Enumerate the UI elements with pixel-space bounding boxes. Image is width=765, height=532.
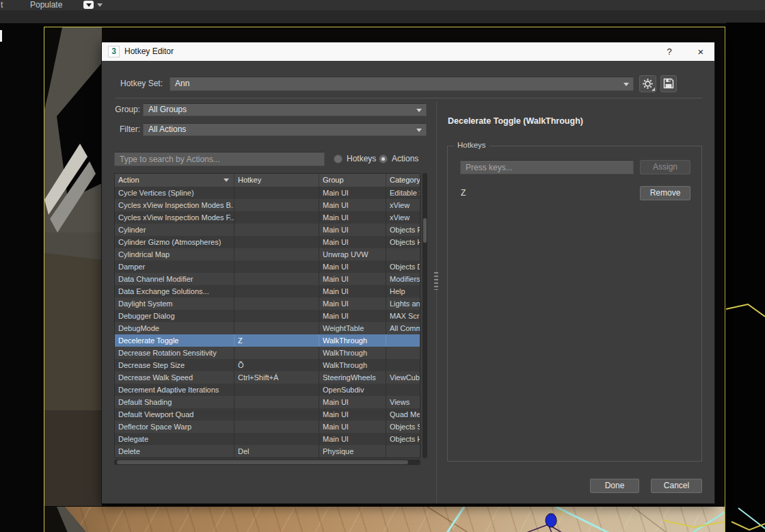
close-icon[interactable]: × bbox=[693, 44, 709, 59]
group-value: All Groups bbox=[148, 105, 187, 114]
table-row[interactable]: Daylight SystemMain UILights and bbox=[115, 297, 420, 310]
filter-dropdown[interactable]: All Actions bbox=[143, 123, 427, 136]
table-row[interactable]: Default Viewport QuadMain UIQuad Men bbox=[115, 408, 420, 421]
save-icon bbox=[663, 78, 674, 89]
filter-value: All Actions bbox=[148, 124, 186, 134]
done-button[interactable]: Done bbox=[590, 479, 639, 493]
dialog-title-bar[interactable]: 3 Hotkey Editor ? × bbox=[102, 42, 714, 61]
3dsmax-app-icon: 3 bbox=[108, 46, 120, 57]
table-cell: Main UI bbox=[319, 211, 386, 224]
group-dropdown[interactable]: All Groups bbox=[143, 103, 427, 116]
table-cell: WeightTable bbox=[319, 322, 386, 334]
column-header-group[interactable]: Group bbox=[319, 174, 386, 187]
help-button[interactable]: ? bbox=[661, 44, 677, 59]
actions-table: ActionHotkeyGroupCategory Cycle Vertices… bbox=[114, 173, 420, 458]
table-cell bbox=[234, 421, 319, 433]
table-cell: Editable S bbox=[386, 187, 420, 199]
table-cell bbox=[386, 334, 420, 347]
table-cell: Decrease Walk Speed bbox=[115, 371, 234, 384]
table-cell bbox=[234, 433, 319, 445]
column-header-action[interactable]: Action bbox=[115, 174, 234, 187]
table-cell: Default Viewport Quad bbox=[115, 408, 234, 421]
table-row[interactable]: Cycles xView Inspection Modes B...Main U… bbox=[115, 199, 420, 211]
right-scene-lines bbox=[726, 23, 765, 532]
table-cell: MAX Scrip bbox=[386, 310, 420, 322]
table-row[interactable]: Decrease Step SizeÕWalkThrough bbox=[115, 359, 420, 371]
table-cell: WalkThrough bbox=[319, 359, 386, 371]
column-header-category[interactable]: Category bbox=[386, 174, 420, 187]
scene-wall-geometry bbox=[44, 27, 102, 506]
save-hotkey-set-button[interactable] bbox=[660, 75, 677, 92]
table-cell: Cylinder Gizmo (Atmospheres) bbox=[115, 236, 234, 248]
table-cell: Main UI bbox=[319, 310, 386, 322]
vertical-scrollbar-thumb[interactable] bbox=[423, 218, 427, 243]
remove-button[interactable]: Remove bbox=[640, 186, 690, 200]
table-cell: Decelerate Toggle bbox=[115, 334, 234, 347]
table-cell: Main UI bbox=[319, 433, 386, 445]
table-cell: Data Channel Modifier bbox=[115, 273, 234, 285]
panel-divider-handle[interactable] bbox=[434, 272, 438, 290]
vertical-scrollbar[interactable] bbox=[422, 173, 427, 458]
table-cell: Main UI bbox=[319, 396, 386, 408]
table-row[interactable]: Cylindrical MapUnwrap UVW bbox=[115, 248, 420, 261]
table-cell: Views bbox=[386, 396, 420, 408]
table-row[interactable]: DamperMain UIObjects D bbox=[115, 261, 420, 273]
table-cell: Main UI bbox=[319, 236, 386, 248]
table-cell: Daylight System bbox=[115, 297, 234, 310]
radio-actions[interactable]: Actions bbox=[379, 154, 418, 163]
radio-hotkeys[interactable]: Hotkeys bbox=[334, 154, 376, 163]
column-header-hotkey[interactable]: Hotkey bbox=[234, 174, 319, 187]
press-keys-input[interactable] bbox=[460, 160, 634, 174]
search-input[interactable] bbox=[114, 152, 325, 166]
radio-button-icon[interactable] bbox=[379, 155, 388, 163]
table-cell: Decrement Adaptive Iterations bbox=[115, 384, 234, 396]
table-cell: Delegate bbox=[115, 433, 234, 445]
table-row[interactable]: Decelerate ToggleZWalkThrough bbox=[115, 334, 420, 347]
table-cell: Objects H bbox=[386, 433, 420, 445]
horizontal-scrollbar[interactable] bbox=[114, 460, 420, 465]
table-cell: WalkThrough bbox=[319, 347, 386, 359]
table-row[interactable]: Default ShadingMain UIViews bbox=[115, 396, 420, 408]
workspace-icon[interactable] bbox=[83, 1, 94, 9]
table-cell: OpenSubdiv bbox=[319, 384, 386, 396]
hotkey-set-dropdown[interactable]: Ann bbox=[170, 77, 634, 91]
menu-item-populate[interactable]: Populate bbox=[30, 0, 62, 10]
chevron-down-icon[interactable] bbox=[97, 3, 103, 7]
table-cell: Main UI bbox=[319, 273, 386, 285]
table-row[interactable]: Data Channel ModifierMain UIModifiers bbox=[115, 273, 420, 285]
menu-item-fragment[interactable]: t bbox=[1, 0, 3, 10]
table-cell: xView bbox=[386, 199, 420, 211]
chevron-down-icon bbox=[623, 83, 629, 86]
table-row[interactable]: Decrease Rotation SensitivityWalkThrough bbox=[115, 347, 420, 359]
table-row[interactable]: Cycles xView Inspection Modes F...Main U… bbox=[115, 211, 420, 224]
horizontal-scrollbar-thumb[interactable] bbox=[117, 460, 408, 464]
assign-button[interactable]: Assign bbox=[640, 160, 690, 174]
table-cell bbox=[234, 285, 319, 297]
table-cell: xView bbox=[386, 211, 420, 224]
table-row[interactable]: Deflector Space WarpMain UIObjects S bbox=[115, 421, 420, 433]
hotkeys-groupbox-title: Hotkeys bbox=[454, 141, 489, 149]
table-cell bbox=[234, 199, 319, 211]
right-viewport-area bbox=[726, 23, 765, 532]
table-row[interactable]: DelegateMain UIObjects H bbox=[115, 433, 420, 445]
table-row[interactable]: DeleteDelPhysique bbox=[115, 445, 420, 457]
hotkey-set-options-button[interactable] bbox=[639, 75, 656, 92]
scene-marker-label: z bbox=[559, 509, 562, 516]
table-cell: SteeringWheels bbox=[319, 371, 386, 384]
scene-biped-marker[interactable] bbox=[546, 514, 556, 527]
table-row[interactable]: Cycle Vertices (Spline)Main UIEditable S bbox=[115, 187, 420, 199]
cancel-button[interactable]: Cancel bbox=[651, 479, 702, 493]
table-cell: Main UI bbox=[319, 187, 386, 199]
table-cell: Ctrl+Shift+Á bbox=[234, 371, 319, 384]
table-row[interactable]: CylinderMain UIObjects Pr bbox=[115, 224, 420, 236]
actions-table-header[interactable]: ActionHotkeyGroupCategory bbox=[115, 174, 420, 187]
table-row[interactable]: Decrease Walk SpeedCtrl+Shift+ÁSteeringW… bbox=[115, 371, 420, 384]
radio-button-icon[interactable] bbox=[334, 155, 343, 163]
table-cell: Unwrap UVW bbox=[319, 248, 386, 261]
table-row[interactable]: Debugger DialogMain UIMAX Scrip bbox=[115, 310, 420, 322]
table-row[interactable]: Decrement Adaptive IterationsOpenSubdiv bbox=[115, 384, 420, 396]
table-row[interactable]: Cylinder Gizmo (Atmospheres)Main UIObjec… bbox=[115, 236, 420, 248]
table-row[interactable]: DebugModeWeightTableAll Comma bbox=[115, 322, 420, 334]
table-row[interactable]: Data Exchange Solutions...Main UIHelp bbox=[115, 285, 420, 297]
panel-divider bbox=[436, 101, 437, 503]
